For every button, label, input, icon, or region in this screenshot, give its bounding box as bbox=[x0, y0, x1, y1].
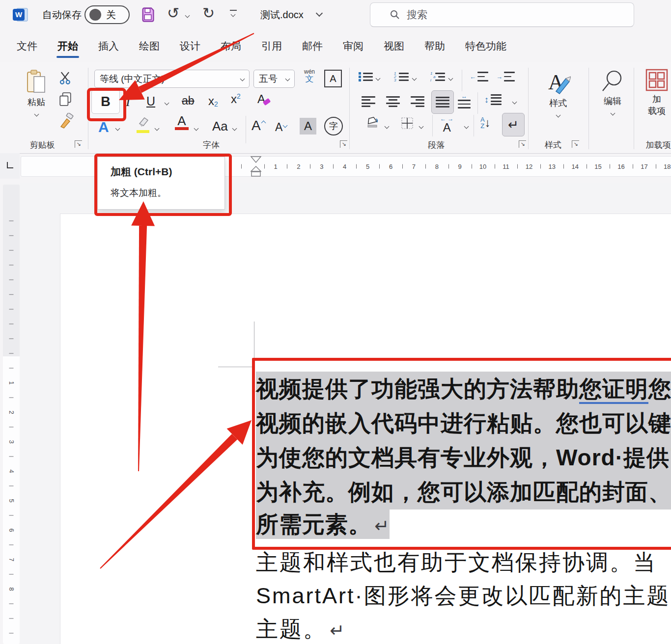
format-painter-icon[interactable] bbox=[58, 113, 75, 129]
clipboard-dialog-launcher[interactable]: ↘ bbox=[75, 140, 82, 148]
align-left-button[interactable] bbox=[362, 96, 375, 107]
tab-layout[interactable]: 布局 bbox=[220, 36, 242, 56]
justify-button[interactable] bbox=[431, 90, 454, 114]
text-effects-button[interactable]: A bbox=[98, 119, 109, 135]
v-ruler-number: 5 bbox=[8, 499, 15, 502]
h-ruler-tick bbox=[425, 164, 426, 169]
tab-special-features[interactable]: 特色功能 bbox=[464, 36, 507, 56]
redo-icon[interactable]: ↻ bbox=[202, 6, 215, 21]
borders-chevron-icon[interactable] bbox=[419, 124, 424, 129]
customize-toolbar-chevron-icon[interactable] bbox=[231, 12, 236, 17]
numbered-list-button[interactable]: 1 2 3 bbox=[394, 72, 409, 82]
save-icon[interactable] bbox=[141, 7, 155, 23]
tab-insert[interactable]: 插入 bbox=[97, 36, 120, 56]
asian-layout-chevron-icon[interactable] bbox=[464, 124, 469, 129]
italic-button[interactable]: I bbox=[126, 94, 130, 109]
show-formatting-marks-button[interactable]: ↵ bbox=[502, 113, 525, 136]
highlight-button[interactable] bbox=[137, 117, 149, 133]
character-border-button[interactable]: A bbox=[324, 70, 342, 87]
bold-button[interactable]: B bbox=[91, 89, 120, 114]
undo-icon[interactable]: ↺ bbox=[167, 6, 179, 21]
shading-chevron-icon[interactable] bbox=[385, 124, 390, 129]
doc-line-2[interactable]: 视频的嵌入代码中进行粘贴。您也可以键入 bbox=[256, 406, 671, 440]
align-right-button[interactable] bbox=[411, 96, 424, 107]
underline-chevron-icon[interactable] bbox=[165, 101, 169, 106]
line-spacing-chevron-icon[interactable] bbox=[512, 100, 517, 105]
paste-button[interactable]: 粘贴 bbox=[22, 70, 51, 117]
character-shading-button[interactable]: A bbox=[300, 118, 316, 134]
font-color-chevron-icon[interactable] bbox=[194, 126, 199, 131]
doc-line-1-hyperlink[interactable]: 您证明 bbox=[579, 376, 648, 404]
cut-icon[interactable] bbox=[59, 72, 72, 84]
font-name-combo[interactable]: 等线 (中文正文) bbox=[94, 70, 250, 88]
shading-button[interactable] bbox=[365, 116, 380, 131]
decrease-indent-button[interactable]: ← bbox=[470, 72, 488, 81]
styles-dialog-launcher[interactable]: ↘ bbox=[572, 140, 579, 148]
strikethrough-button[interactable]: ab bbox=[182, 94, 195, 107]
indent-markers-icon[interactable] bbox=[250, 156, 262, 177]
tab-mailings[interactable]: 邮件 bbox=[301, 36, 324, 56]
bullet-list-button[interactable] bbox=[359, 72, 373, 82]
tab-home[interactable]: 开始 bbox=[56, 36, 79, 56]
clear-formatting-button[interactable]: A bbox=[257, 92, 270, 106]
autosave-toggle[interactable]: 关 bbox=[84, 5, 130, 24]
line-spacing-button[interactable]: ↕ bbox=[484, 94, 502, 105]
document-title: 测试.docx bbox=[260, 8, 304, 22]
tab-file[interactable]: 文件 bbox=[16, 36, 38, 56]
tab-design[interactable]: 设计 bbox=[179, 36, 201, 56]
tab-help[interactable]: 帮助 bbox=[423, 36, 446, 56]
phonetic-guide-button[interactable]: wén 文 bbox=[301, 69, 318, 83]
tab-review[interactable]: 审阅 bbox=[342, 36, 364, 56]
tab-references[interactable]: 引用 bbox=[260, 36, 283, 56]
doc-line-5[interactable]: 所需元素。↵ bbox=[256, 507, 389, 541]
customize-toolbar-icon[interactable] bbox=[230, 10, 237, 11]
increase-indent-button[interactable]: → bbox=[496, 72, 515, 81]
text-effects-chevron-icon[interactable] bbox=[115, 126, 120, 131]
change-case-button[interactable]: Aa bbox=[212, 119, 228, 134]
font-color-button[interactable]: A bbox=[175, 115, 189, 130]
doc-line-8[interactable]: 主题。↵ bbox=[256, 615, 344, 644]
distributed-button[interactable]: ↔ bbox=[458, 93, 471, 108]
multilevel-list-button[interactable]: 1 a i bbox=[430, 72, 445, 82]
styles-button[interactable]: A 样式 bbox=[538, 70, 578, 118]
change-case-chevron-icon[interactable] bbox=[232, 126, 237, 131]
doc-line-1-text: 视频提供了功能强大的方法帮助 bbox=[256, 376, 579, 402]
paragraph-dialog-launcher[interactable]: ↘ bbox=[519, 140, 526, 148]
numbered-list-chevron-icon[interactable] bbox=[412, 76, 417, 81]
align-center-button[interactable] bbox=[386, 96, 400, 107]
h-ruler-number: 6 bbox=[389, 163, 392, 170]
enclose-characters-button[interactable]: 字 bbox=[324, 117, 343, 135]
doc-line-3[interactable]: 为使您的文档具有专业外观，Word·提供了 bbox=[256, 440, 671, 475]
doc-line-6[interactable]: 主题和样式也有助于文档保持协调。当 bbox=[256, 548, 657, 577]
bullet-list-chevron-icon[interactable] bbox=[376, 76, 381, 81]
word-logo-icon: W bbox=[13, 7, 28, 23]
multilevel-list-chevron-icon[interactable] bbox=[448, 76, 453, 81]
editing-button[interactable]: 编辑 bbox=[595, 70, 630, 116]
v-ruler-tick bbox=[9, 295, 14, 295]
title-dropdown-chevron-icon[interactable] bbox=[316, 10, 323, 17]
tab-draw[interactable]: 绘图 bbox=[138, 36, 161, 56]
copy-icon[interactable] bbox=[59, 92, 72, 106]
doc-line-7[interactable]: SmartArt·图形将会更改以匹配新的主题。 bbox=[256, 581, 671, 611]
search-input[interactable]: 搜索 bbox=[370, 2, 634, 27]
vertical-ruler[interactable]: 12345678 bbox=[3, 185, 20, 644]
font-dialog-launcher[interactable]: ↘ bbox=[340, 140, 347, 148]
grow-font-button[interactable]: A bbox=[252, 118, 265, 134]
doc-line-1[interactable]: 视频提供了功能强大的方法帮助您证明您的 bbox=[256, 372, 671, 406]
font-group-label: 字体 bbox=[192, 139, 231, 151]
subscript-button[interactable]: x 2 bbox=[208, 94, 218, 108]
highlight-chevron-icon[interactable] bbox=[155, 126, 160, 131]
h-ruler-tick bbox=[264, 164, 265, 169]
undo-dropdown-chevron-icon[interactable] bbox=[185, 13, 190, 18]
sort-button[interactable]: A Z ↓ bbox=[480, 116, 491, 130]
font-size-combo[interactable]: 五号 bbox=[253, 70, 295, 88]
superscript-button[interactable]: x 2 bbox=[231, 92, 241, 106]
asian-layout-button[interactable]: ← → A bbox=[440, 116, 453, 134]
underline-button[interactable]: U bbox=[146, 94, 155, 108]
borders-button[interactable] bbox=[401, 117, 414, 132]
shrink-font-button[interactable]: A bbox=[275, 121, 287, 134]
doc-line-4[interactable]: 为补充。例如，您可以添加匹配的封面、页 bbox=[256, 475, 671, 509]
add-ins-button[interactable]: 加 载项 bbox=[643, 69, 671, 117]
tab-view[interactable]: 视图 bbox=[383, 36, 405, 56]
tab-selector-icon[interactable] bbox=[7, 162, 13, 168]
